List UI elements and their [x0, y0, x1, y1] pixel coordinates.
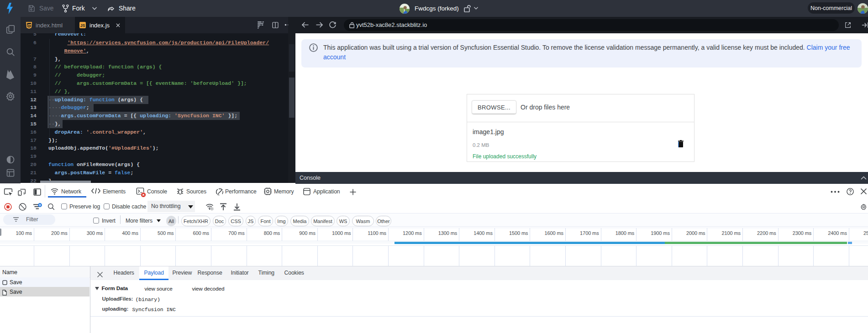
svg-text:JS: JS [80, 23, 85, 28]
